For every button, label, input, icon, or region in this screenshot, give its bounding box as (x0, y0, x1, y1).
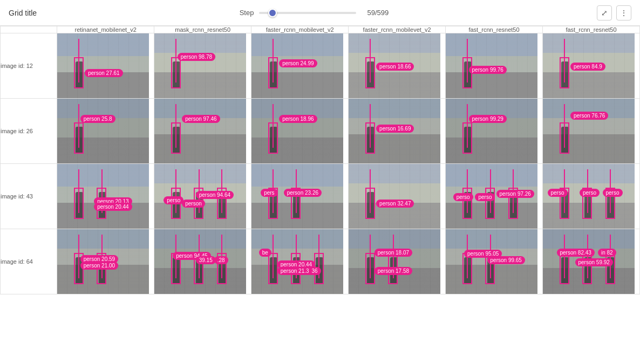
grid-cell[interactable]: person 82.43in 82person 59.92 (543, 229, 640, 294)
table-row: image id: 26person 25.8person 97.46perso… (1, 99, 640, 164)
grid-cell[interactable]: person 95.05person 99.65 (446, 229, 543, 294)
grid-cell[interactable]: person 32.47 (349, 164, 446, 229)
grid-cell[interactable]: person 99.29 (446, 99, 543, 164)
cell-image-container: person 97.46 (154, 99, 246, 163)
cell-image-container: persopersonperson 94.64 (154, 164, 246, 229)
cell-image-container: person 18.07person 17.58 (349, 229, 440, 294)
cell-image-container: person 82.43in 82person 59.92 (543, 229, 635, 294)
cell-image-container: person 95.05person 99.65 (446, 229, 537, 294)
table-row: image id: 12person 27.61person 98.78pers… (1, 33, 640, 99)
cell-image-container: person 99.76 (446, 33, 537, 98)
col-header-6: fast_rcnn_resnet50 (543, 26, 640, 33)
grid-cell[interactable]: person 18.66 (349, 33, 446, 99)
app-root: Grid title Step 59/599 ⤢ ⋮ retinanet_mob… (0, 0, 640, 294)
step-slider[interactable] (259, 12, 356, 14)
cell-image-container: person 32.47 (349, 164, 440, 229)
cell-image-container: person 24.99 (251, 33, 343, 98)
row-label-header (1, 26, 57, 33)
grid-cell[interactable]: person 94.4539.15.28 (154, 229, 251, 294)
grid-cell[interactable]: persopersoperso (543, 164, 640, 229)
grid-cell[interactable]: person 18.07person 17.58 (349, 229, 446, 294)
cell-image-container: person 99.29 (446, 99, 537, 163)
row-label-1: image id: 26 (1, 99, 57, 164)
step-label: Step (240, 9, 254, 17)
cell-image-container: person 76.76 (543, 99, 635, 163)
step-control: Step 59/599 (240, 9, 394, 17)
grid-cell[interactable]: person 97.46 (154, 99, 251, 164)
row-label-0: image id: 12 (1, 33, 57, 99)
grid-cell[interactable]: beperson 20.44person 21.3336 (251, 229, 349, 294)
cell-image-container: persperson 23.26 (251, 164, 343, 229)
grid-title: Grid title (9, 9, 37, 17)
grid-cell[interactable]: persopersoperson 97.26 (446, 164, 543, 229)
grid-cell[interactable]: person 27.61 (57, 33, 154, 99)
grid-cell[interactable]: person 20.59person 21.00 (57, 229, 154, 294)
row-label-3: image id: 64 (1, 229, 57, 294)
grid-cell[interactable]: person 16.69 (349, 99, 446, 164)
cell-image-container: person 20.59person 21.00 (57, 229, 149, 294)
grid-area: retinanet_mobilenet_v2 mask_rcnn_resnet5… (0, 26, 640, 294)
cell-image-container: person 18.96 (251, 99, 343, 163)
grid-cell[interactable]: person 20.13person 20.44 (57, 164, 154, 229)
top-bar: Grid title Step 59/599 ⤢ ⋮ (0, 0, 640, 26)
cell-image-container: person 94.4539.15.28 (154, 229, 246, 294)
expand-icon[interactable]: ⤢ (597, 5, 612, 20)
cell-image-container: person 84.9 (543, 33, 635, 98)
grid-cell[interactable]: persperson 23.26 (251, 164, 349, 229)
more-options-icon[interactable]: ⋮ (616, 5, 631, 20)
grid-cell[interactable]: person 99.76 (446, 33, 543, 99)
cell-image-container: person 20.13person 20.44 (57, 164, 149, 229)
table-row: image id: 43person 20.13person 20.44pers… (1, 164, 640, 229)
col-header-2: mask_rcnn_resnet50 (154, 26, 251, 33)
cell-image-container: persopersoperson 97.26 (446, 164, 537, 229)
table-row: image id: 64person 20.59person 21.00pers… (1, 229, 640, 294)
column-headers: retinanet_mobilenet_v2 mask_rcnn_resnet5… (1, 26, 640, 33)
cell-image-container: person 27.61 (57, 33, 149, 98)
cell-image-container: person 18.66 (349, 33, 440, 98)
col-header-3: faster_rcnn_mobilevet_v2 (251, 26, 349, 33)
col-header-5: fast_rcnn_resnet50 (446, 26, 543, 33)
row-label-2: image id: 43 (1, 164, 57, 229)
top-actions: ⤢ ⋮ (597, 5, 631, 20)
grid-cell[interactable]: person 24.99 (251, 33, 349, 99)
col-header-4: faster_rcnn_mobilevet_v2 (349, 26, 446, 33)
step-value: 59/599 (362, 9, 394, 17)
grid-cell[interactable]: persopersonperson 94.64 (154, 164, 251, 229)
grid-cell[interactable]: person 18.96 (251, 99, 349, 164)
grid-cell[interactable]: person 84.9 (543, 33, 640, 99)
grid-cell[interactable]: person 76.76 (543, 99, 640, 164)
cell-image-container: beperson 20.44person 21.3336 (251, 229, 343, 294)
cell-image-container: person 98.78 (154, 33, 246, 98)
cell-image-container: person 25.8 (57, 99, 149, 163)
grid-table: retinanet_mobilenet_v2 mask_rcnn_resnet5… (0, 26, 640, 294)
grid-cell[interactable]: person 98.78 (154, 33, 251, 99)
grid-cell[interactable]: person 25.8 (57, 99, 154, 164)
cell-image-container: person 16.69 (349, 99, 440, 163)
cell-image-container: persopersoperso (543, 164, 635, 229)
col-header-1: retinanet_mobilenet_v2 (57, 26, 154, 33)
